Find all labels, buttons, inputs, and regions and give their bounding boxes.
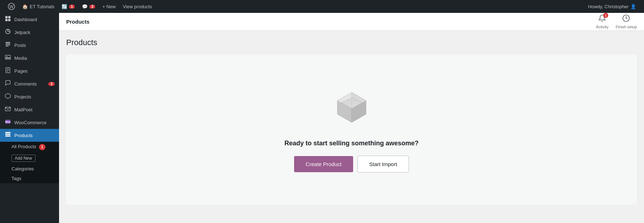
- box-icon-container: [330, 87, 373, 131]
- activity-badge: 1: [603, 13, 608, 18]
- sidebar-item-projects[interactable]: Projects: [0, 90, 59, 103]
- adminbar-view-products[interactable]: View products: [119, 0, 155, 13]
- comments-icon: 💬: [82, 4, 88, 9]
- sidebar-label-jetpack: Jetpack: [14, 30, 55, 35]
- activity-icon: 1: [598, 14, 606, 24]
- sidebar-label-projects: Projects: [14, 94, 55, 100]
- sidebar-label-woocommerce: WooCommerce: [14, 120, 55, 125]
- sidebar-item-jetpack[interactable]: Jetpack: [0, 26, 59, 39]
- sidebar-label-media: Media: [14, 55, 55, 61]
- submenu-all-products[interactable]: All Products 1: [0, 142, 59, 152]
- svg-rect-8: [6, 44, 10, 44]
- sidebar-label-posts: Posts: [14, 43, 55, 48]
- sidebar-item-pages[interactable]: Pages: [0, 64, 59, 77]
- adminbar-user-greeting[interactable]: Howdy, Christopher 👤: [585, 0, 640, 13]
- header-actions: 1 Activity Finish setup: [596, 14, 637, 29]
- svg-rect-9: [6, 45, 10, 45]
- svg-text:W: W: [9, 4, 14, 9]
- empty-state-tagline: Ready to start selling something awesome…: [284, 140, 419, 147]
- svg-rect-3: [8, 16, 10, 18]
- sidebar-item-products[interactable]: Products: [0, 129, 59, 142]
- site-home-icon: 🏠: [22, 4, 28, 9]
- svg-rect-2: [5, 16, 8, 18]
- start-import-button[interactable]: Start Import: [357, 156, 409, 173]
- sidebar-label-pages: Pages: [14, 68, 55, 74]
- empty-state-box-icon: [330, 87, 373, 130]
- sidebar-label-mailpoet: MailPoet: [14, 107, 55, 112]
- svg-rect-10: [6, 46, 9, 47]
- svg-rect-11: [5, 55, 10, 59]
- pages-icon: [4, 67, 11, 74]
- sidebar: Dashboard Jetpack Posts Media Pages Comm…: [0, 13, 59, 223]
- activity-label: Activity: [596, 25, 609, 29]
- projects-icon: [4, 93, 11, 100]
- content-area: Products: [59, 31, 644, 212]
- svg-rect-23: [5, 135, 10, 136]
- svg-rect-7: [6, 42, 10, 43]
- mailpoet-icon: [4, 106, 11, 113]
- add-new-label: Add New: [11, 155, 35, 162]
- svg-rect-5: [8, 19, 10, 21]
- sidebar-label-dashboard: Dashboard: [14, 17, 55, 22]
- sidebar-item-comments[interactable]: Comments 3: [0, 77, 59, 90]
- comments-nav-icon: [4, 80, 11, 87]
- sidebar-item-dashboard[interactable]: Dashboard: [0, 13, 59, 26]
- create-product-button[interactable]: Create Product: [294, 156, 353, 172]
- activity-button[interactable]: 1 Activity: [596, 14, 609, 29]
- adminbar-new[interactable]: + New: [99, 0, 119, 13]
- media-icon: [4, 54, 11, 62]
- dashboard-icon: [4, 16, 11, 23]
- svg-rect-22: [5, 134, 10, 135]
- sidebar-item-mailpoet[interactable]: MailPoet: [0, 103, 59, 116]
- submenu-categories[interactable]: Categories: [0, 164, 59, 174]
- sidebar-label-comments: Comments: [14, 81, 45, 87]
- categories-label: Categories: [11, 166, 34, 171]
- adminbar-updates[interactable]: 🔄 1: [58, 0, 78, 13]
- adminbar-wp-logo[interactable]: W: [4, 0, 19, 13]
- admin-bar: W 🏠 ET Tutorials 🔄 1 💬 3 + New View prod…: [0, 0, 644, 13]
- empty-state-actions: Create Product Start Import: [294, 156, 409, 173]
- sidebar-item-posts[interactable]: Posts: [0, 39, 59, 52]
- user-avatar-icon: 👤: [630, 4, 636, 9]
- sidebar-item-media[interactable]: Media: [0, 52, 59, 64]
- adminbar-site-name[interactable]: 🏠 ET Tutorials: [19, 0, 58, 13]
- page-header-title: Products: [66, 19, 89, 25]
- finish-setup-icon: [622, 14, 630, 24]
- content-page-title: Products: [66, 38, 637, 47]
- sidebar-item-woocommerce[interactable]: Woo WooCommerce: [0, 116, 59, 129]
- empty-state: Ready to start selling something awesome…: [66, 54, 637, 205]
- finish-setup-label: Finish setup: [616, 25, 637, 29]
- main-content: Products 1 Activity: [59, 13, 644, 223]
- submenu-add-new[interactable]: Add New: [0, 152, 59, 164]
- jetpack-icon: [4, 29, 11, 36]
- all-products-badge: 1: [39, 144, 45, 150]
- tags-label: Tags: [11, 176, 21, 181]
- adminbar-comments[interactable]: 💬 3: [78, 0, 99, 13]
- comments-badge: 3: [48, 82, 55, 86]
- products-icon: [4, 132, 11, 139]
- submenu-tags[interactable]: Tags: [0, 174, 59, 183]
- woocommerce-icon: Woo: [4, 119, 11, 126]
- products-submenu: All Products 1 Add New Categories Tags: [0, 142, 59, 183]
- svg-rect-4: [5, 19, 8, 21]
- posts-icon: [4, 42, 11, 49]
- updates-icon: 🔄: [62, 4, 67, 9]
- svg-rect-21: [5, 132, 10, 133]
- page-header: Products 1 Activity: [59, 13, 644, 31]
- svg-marker-17: [5, 93, 10, 98]
- all-products-label: All Products: [11, 144, 36, 149]
- svg-text:Woo: Woo: [5, 120, 11, 123]
- finish-setup-button[interactable]: Finish setup: [616, 14, 637, 29]
- sidebar-label-products: Products: [14, 133, 55, 138]
